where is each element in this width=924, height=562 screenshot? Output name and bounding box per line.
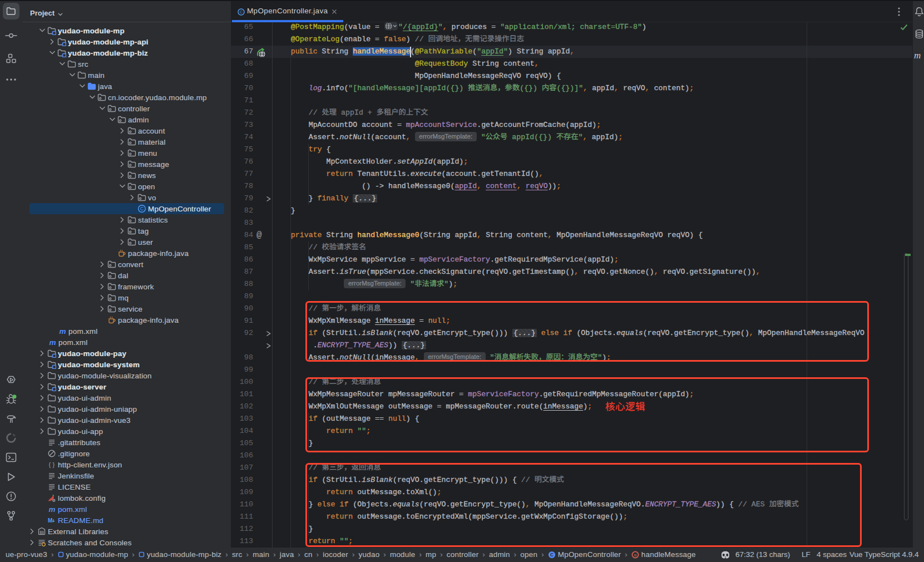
svg-text:C: C — [240, 9, 243, 14]
svg-text:m: m — [48, 505, 55, 514]
svg-text:{ }: { } — [48, 461, 55, 468]
svg-text:m: m — [634, 553, 637, 557]
svg-text:C: C — [550, 551, 554, 557]
svg-text:m: m — [49, 338, 56, 347]
svg-text:m: m — [59, 327, 66, 336]
svg-text:C: C — [140, 206, 144, 211]
svg-text:M: M — [48, 517, 53, 524]
